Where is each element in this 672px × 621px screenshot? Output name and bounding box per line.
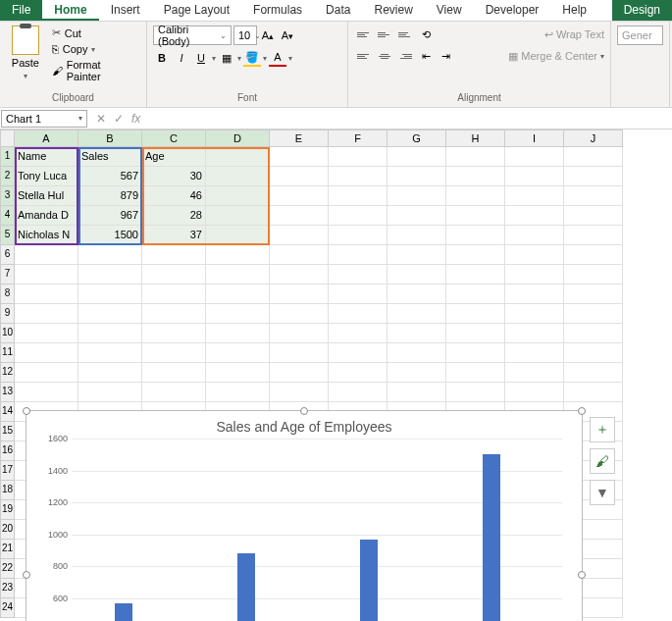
cell[interactable] (206, 285, 270, 304)
copy-button[interactable]: ⎘Copy▾ (49, 42, 140, 56)
cell[interactable] (446, 324, 505, 343)
cell[interactable] (505, 206, 564, 226)
cell[interactable] (564, 383, 623, 402)
cell[interactable]: 30 (142, 167, 206, 186)
bar-sales[interactable] (483, 454, 500, 621)
tab-data[interactable]: Data (314, 0, 362, 21)
row-header[interactable]: 12 (0, 363, 15, 383)
italic-button[interactable]: I (173, 49, 190, 67)
cell[interactable] (564, 265, 623, 285)
tab-home[interactable]: Home (42, 0, 98, 21)
cell[interactable] (270, 383, 329, 402)
cell[interactable] (388, 363, 446, 383)
row-header[interactable]: 4 (0, 206, 15, 226)
cell[interactable] (142, 383, 206, 402)
cell[interactable] (206, 304, 270, 324)
cell[interactable] (564, 147, 623, 167)
cell[interactable]: Nicholas N (15, 226, 78, 245)
decrease-indent-button[interactable]: ⇤ (417, 47, 435, 65)
row-header[interactable]: 2 (0, 167, 15, 186)
cell[interactable] (15, 343, 78, 363)
row-header[interactable]: 18 (0, 481, 15, 500)
chart-object[interactable]: ＋ 🖌 ▼ Sales and Age of Employees 0200400… (26, 410, 583, 621)
row-header[interactable]: 10 (0, 324, 15, 343)
row-header[interactable]: 7 (0, 265, 15, 285)
cell[interactable] (142, 245, 206, 265)
cell[interactable] (15, 285, 78, 304)
cell[interactable] (446, 186, 505, 206)
align-middle-button[interactable] (375, 26, 394, 43)
chevron-down-icon[interactable]: ▾ (237, 54, 241, 63)
row-header[interactable]: 6 (0, 245, 15, 265)
chart-plot-area[interactable]: 02004006008001000120014001600 (72, 439, 562, 621)
row-header[interactable]: 11 (0, 343, 15, 363)
align-left-button[interactable] (354, 47, 374, 65)
cell[interactable] (329, 226, 388, 245)
cut-button[interactable]: ✂Cut (49, 26, 140, 40)
tab-review[interactable]: Review (362, 0, 424, 21)
cell[interactable]: 567 (78, 167, 142, 186)
cell[interactable] (505, 167, 564, 186)
cell[interactable] (78, 324, 142, 343)
cell[interactable] (388, 226, 446, 245)
cell[interactable] (564, 226, 623, 245)
chevron-down-icon[interactable]: ▾ (288, 54, 292, 63)
cell[interactable]: Stella Hul (15, 186, 78, 206)
cell[interactable]: Tony Luca (15, 167, 78, 186)
cell[interactable] (505, 324, 564, 343)
increase-indent-button[interactable]: ⇥ (437, 47, 454, 65)
cell[interactable] (329, 265, 388, 285)
cell[interactable] (329, 186, 388, 206)
cell[interactable]: 37 (142, 226, 206, 245)
wrap-text-button[interactable]: ↩Wrap Text (544, 28, 604, 41)
row-header[interactable]: 20 (0, 520, 15, 540)
cell[interactable] (206, 363, 270, 383)
tab-insert[interactable]: Insert (99, 0, 152, 21)
cell[interactable] (206, 245, 270, 265)
row-header[interactable]: 21 (0, 540, 15, 559)
cell[interactable] (206, 186, 270, 206)
cell[interactable] (329, 245, 388, 265)
cell[interactable] (15, 324, 78, 343)
tab-design[interactable]: Design (612, 0, 672, 21)
chart-handle[interactable] (23, 407, 30, 415)
cell[interactable] (505, 186, 564, 206)
row-header[interactable]: 22 (0, 559, 15, 579)
cell[interactable] (505, 285, 564, 304)
cell[interactable] (142, 343, 206, 363)
font-name-select[interactable]: Calibri (Body)⌄ (153, 26, 232, 45)
cell[interactable] (270, 324, 329, 343)
bar-sales[interactable] (360, 540, 378, 621)
cell[interactable] (142, 304, 206, 324)
underline-button[interactable]: U (192, 49, 210, 67)
cell[interactable] (206, 167, 270, 186)
orientation-button[interactable]: ⟲ (417, 26, 435, 43)
cell[interactable] (446, 285, 505, 304)
select-all-corner[interactable] (0, 129, 15, 147)
cell[interactable]: 967 (78, 206, 142, 226)
cell[interactable] (142, 285, 206, 304)
column-header-c[interactable]: C (142, 129, 206, 147)
increase-font-button[interactable]: A▴ (259, 26, 277, 44)
cell[interactable] (270, 206, 329, 226)
cell[interactable] (329, 324, 388, 343)
chart-handle[interactable] (23, 571, 30, 579)
bar-sales[interactable] (237, 553, 255, 621)
cell[interactable] (270, 226, 329, 245)
tab-developer[interactable]: Developer (474, 0, 551, 21)
cell[interactable] (270, 304, 329, 324)
align-center-button[interactable] (375, 47, 394, 65)
cell[interactable] (142, 265, 206, 285)
bar-sales[interactable] (115, 603, 132, 621)
cell[interactable]: Amanda D (15, 206, 78, 226)
cell[interactable] (329, 285, 388, 304)
row-header[interactable]: 17 (0, 461, 15, 481)
column-header-e[interactable]: E (270, 129, 329, 147)
row-header[interactable]: 3 (0, 186, 15, 206)
cell[interactable] (505, 226, 564, 245)
cell[interactable] (446, 226, 505, 245)
cell[interactable] (505, 147, 564, 167)
cell[interactable] (329, 167, 388, 186)
cell[interactable] (329, 304, 388, 324)
cell[interactable] (388, 304, 446, 324)
